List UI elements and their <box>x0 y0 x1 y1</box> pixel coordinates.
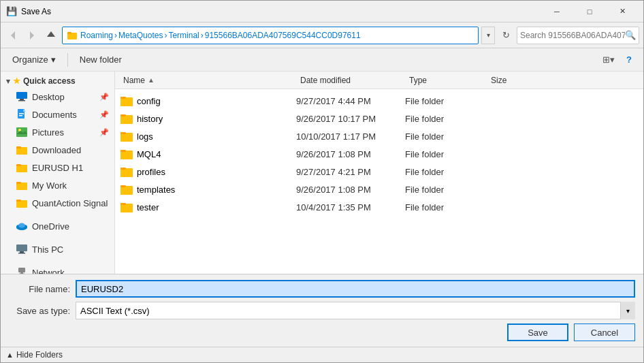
search-box[interactable]: 🔍 <box>517 27 639 44</box>
sidebar-item-mywork[interactable]: My Work <box>1 176 114 194</box>
file-type: File folder <box>405 167 487 177</box>
filename-input[interactable] <box>76 280 635 298</box>
filename-row: File name: <box>9 280 635 298</box>
sidebar-item-downloaded[interactable]: Downloaded <box>1 141 114 159</box>
svg-rect-42 <box>120 132 126 134</box>
svg-rect-4 <box>67 32 71 34</box>
file-name: MQL4 <box>137 149 296 159</box>
file-list-body: config 9/27/2017 4:44 PM File folder his… <box>115 89 643 274</box>
column-header-name[interactable]: Name ▲ <box>120 72 297 89</box>
svg-rect-44 <box>120 150 126 152</box>
path-terminal[interactable]: Terminal <box>168 31 199 40</box>
sidebar-item-desktop[interactable]: Desktop 📌 <box>1 88 114 106</box>
table-row[interactable]: logs 10/10/2017 1:17 PM File folder <box>115 127 643 145</box>
pictures-icon <box>16 126 28 138</box>
save-button[interactable]: Save <box>507 323 568 341</box>
sidebar-quick-access-header[interactable]: ▾ ★ Quick access <box>1 74 114 88</box>
main-area: ▾ ★ Quick access Desktop 📌 Documents 📌 <box>1 72 643 274</box>
toolbar: Organize ▾ New folder ⊞▾ ? <box>1 48 643 72</box>
svg-marker-1 <box>30 31 34 40</box>
address-path[interactable]: Roaming › MetaQuotes › Terminal › 915566… <box>62 27 479 44</box>
savetype-select[interactable]: ASCII Text (*.csv) <box>76 302 635 319</box>
onedrive-icon <box>16 220 28 232</box>
svg-rect-20 <box>16 182 21 184</box>
new-folder-button[interactable]: New folder <box>74 51 128 69</box>
help-button[interactable]: ? <box>620 51 638 69</box>
sidebar-item-thispc[interactable]: This PC <box>1 240 114 258</box>
table-row[interactable]: tester 10/4/2017 1:35 PM File folder <box>115 198 643 216</box>
file-type: File folder <box>405 96 487 106</box>
file-type: File folder <box>405 131 487 142</box>
back-button[interactable] <box>5 27 21 44</box>
svg-rect-38 <box>120 97 126 99</box>
path-guid[interactable]: 915566BA06ADA407569C544CC0D97611 <box>205 31 361 40</box>
forward-button[interactable] <box>24 27 40 44</box>
svg-rect-6 <box>20 99 24 100</box>
sidebar-item-pictures[interactable]: Pictures 📌 <box>1 123 114 141</box>
savetype-row: Save as type: ASCII Text (*.csv) ▾ <box>9 302 635 319</box>
refresh-button[interactable]: ↻ <box>498 27 514 44</box>
network-icon <box>16 266 28 274</box>
desktop-pin-icon: 📌 <box>99 93 109 101</box>
file-name: tester <box>137 202 296 212</box>
table-row[interactable]: config 9/27/2017 4:44 PM File folder <box>115 92 643 110</box>
documents-pin-icon: 📌 <box>99 110 109 119</box>
column-header-date[interactable]: Date modified <box>297 72 406 89</box>
maximize-button[interactable]: □ <box>574 5 605 18</box>
folder-icon <box>120 95 133 106</box>
sidebar-separator-1 <box>1 212 114 217</box>
svg-rect-18 <box>16 164 21 166</box>
sidebar-item-documents[interactable]: Documents 📌 <box>1 106 114 123</box>
file-date: 9/26/2017 1:08 PM <box>296 185 405 195</box>
file-name: logs <box>137 131 296 142</box>
close-button[interactable]: ✕ <box>607 5 638 18</box>
table-row[interactable]: history 9/26/2017 10:17 PM File folder <box>115 110 643 127</box>
table-row[interactable]: templates 9/26/2017 1:08 PM File folder <box>115 180 643 198</box>
folder-icon <box>120 184 133 195</box>
sidebar-item-quantaction[interactable]: QuantAction Signal <box>1 194 114 212</box>
svg-rect-5 <box>16 92 27 99</box>
title-bar-controls: ─ □ ✕ <box>541 5 638 18</box>
title-bar: 💾 Save As ─ □ ✕ <box>1 1 643 22</box>
organize-button[interactable]: Organize ▾ <box>6 51 62 69</box>
minimize-button[interactable]: ─ <box>541 5 573 18</box>
svg-rect-30 <box>18 268 25 272</box>
bottom-bar: File name: Save as type: ASCII Text (*.c… <box>1 274 643 347</box>
cancel-button[interactable]: Cancel <box>574 323 635 341</box>
button-row: Save Cancel <box>9 323 635 341</box>
path-roaming[interactable]: Roaming <box>80 31 113 40</box>
file-list: Name ▲ Date modified Type Size <box>115 72 643 274</box>
sidebar-item-eurusd[interactable]: EURUSD H1 <box>1 159 114 176</box>
table-row[interactable]: MQL4 9/26/2017 1:08 PM File folder <box>115 145 643 163</box>
view-button[interactable]: ⊞▾ <box>600 51 617 69</box>
column-header-type[interactable]: Type <box>406 72 488 89</box>
svg-rect-16 <box>16 146 21 148</box>
up-button[interactable] <box>43 27 59 44</box>
address-dropdown[interactable]: ▾ <box>481 27 495 44</box>
hide-folders-bar[interactable]: ▲ Hide Folders <box>1 347 643 362</box>
file-date: 9/27/2017 4:21 PM <box>296 167 405 177</box>
path-metaquotes[interactable]: MetaQuotes <box>118 31 163 40</box>
thispc-icon <box>16 243 28 255</box>
svg-rect-50 <box>120 203 126 205</box>
svg-marker-9 <box>23 109 26 112</box>
pictures-pin-icon: 📌 <box>99 128 109 137</box>
svg-point-26 <box>18 223 25 228</box>
column-header-size[interactable]: Size <box>488 72 543 89</box>
table-row[interactable]: profiles 9/27/2017 4:21 PM File folder <box>115 163 643 180</box>
save-as-dialog: 💾 Save As ─ □ ✕ Roaming › MetaQuotes › <box>0 0 644 363</box>
folder-icon <box>120 166 133 177</box>
sidebar-item-network[interactable]: Network <box>1 264 114 274</box>
search-input[interactable] <box>520 31 625 40</box>
svg-marker-0 <box>11 31 15 40</box>
file-type: File folder <box>405 185 487 195</box>
sidebar-item-onedrive[interactable]: OneDrive <box>1 217 114 235</box>
organize-dropdown-icon: ▾ <box>51 54 56 65</box>
savetype-label: Save as type: <box>9 306 70 316</box>
eurusd-folder-icon <box>16 161 28 174</box>
address-bar: Roaming › MetaQuotes › Terminal › 915566… <box>1 22 643 48</box>
window-icon: 💾 <box>6 6 17 17</box>
folder-icon <box>120 131 133 142</box>
sidebar-separator-2 <box>1 235 114 240</box>
filename-label: File name: <box>9 284 70 294</box>
